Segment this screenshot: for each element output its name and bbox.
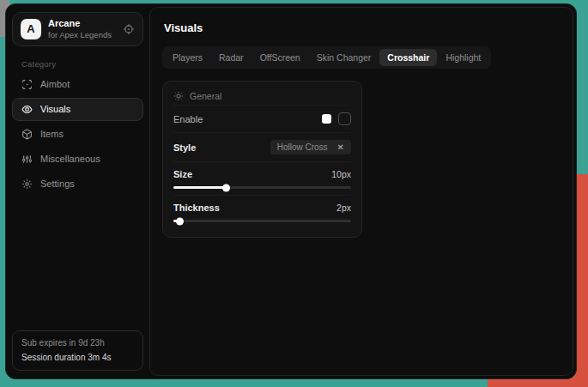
crosshair-icon	[21, 79, 33, 90]
category-label: Category	[21, 59, 143, 69]
target-icon[interactable]	[123, 23, 135, 35]
card-header-label: General	[190, 91, 221, 101]
tab-offscreen[interactable]: OffScreen	[252, 49, 308, 66]
size-slider-thumb[interactable]	[222, 184, 230, 191]
thickness-slider-thumb[interactable]	[176, 217, 184, 225]
brand-subtitle: for Apex Legends	[48, 30, 112, 40]
sidebar-nav: Aimbot Visuals Items	[12, 73, 143, 196]
size-value: 10px	[331, 169, 351, 179]
box-icon	[21, 129, 33, 140]
style-label: Style	[173, 142, 196, 153]
enable-controls	[322, 112, 351, 125]
main-panel: Visuals Players Radar OffScreen Skin Cha…	[149, 7, 573, 376]
brand-logo: A	[21, 19, 41, 39]
size-row: Size 10px	[173, 161, 351, 195]
thickness-slider[interactable]	[173, 220, 351, 222]
gear-icon	[21, 178, 33, 190]
enable-row: Enable	[173, 105, 351, 132]
tab-players[interactable]: Players	[165, 49, 210, 66]
sidebar-item-label: Miscellaneous	[40, 154, 100, 164]
brand-text: Arcane for Apex Legends	[48, 18, 112, 40]
tab-skin-changer[interactable]: Skin Changer	[309, 49, 379, 66]
thickness-label: Thickness	[173, 203, 220, 213]
visuals-tabbar: Players Radar OffScreen Skin Changer Cro…	[162, 46, 491, 69]
thickness-value: 2px	[336, 203, 351, 213]
tab-crosshair[interactable]: Crosshair	[379, 49, 437, 66]
card-header: General	[173, 83, 351, 105]
general-card: General Enable Style Hollow Cross ✕ Size	[162, 81, 362, 238]
brand-header: A Arcane for Apex Legends	[12, 12, 143, 46]
size-label: Size	[173, 169, 192, 179]
page-title: Visuals	[164, 21, 561, 34]
size-slider-fill	[173, 186, 227, 189]
sidebar-item-label: Items	[40, 129, 64, 139]
tab-highlight[interactable]: Highlight	[438, 49, 488, 66]
style-row: Style Hollow Cross ✕	[173, 132, 351, 161]
sidebar-item-settings[interactable]: Settings	[12, 172, 143, 196]
thickness-row: Thickness 2px	[173, 195, 351, 228]
sliders-icon	[21, 154, 33, 165]
subscription-info-box: Sub expires in 9d 23h Session duration 3…	[12, 330, 143, 371]
sidebar-item-items[interactable]: Items	[12, 123, 143, 146]
sun-gear-icon	[173, 91, 184, 101]
app-window: A Arcane for Apex Legends Category	[5, 3, 577, 379]
sidebar-item-label: Settings	[40, 178, 75, 189]
close-icon[interactable]: ✕	[337, 142, 344, 152]
sidebar-item-label: Visuals	[40, 104, 70, 114]
color-swatch[interactable]	[322, 114, 331, 124]
session-duration-text: Session duration 3m 4s	[21, 351, 134, 366]
tab-radar[interactable]: Radar	[211, 49, 252, 66]
sidebar: A Arcane for Apex Legends Category	[6, 4, 149, 378]
eye-icon	[21, 104, 33, 115]
sidebar-item-visuals[interactable]: Visuals	[12, 98, 143, 121]
thickness-slider-fill	[173, 220, 180, 222]
size-slider[interactable]	[173, 186, 351, 189]
sub-expires-text: Sub expires in 9d 23h	[21, 336, 134, 351]
enable-checkbox[interactable]	[338, 112, 351, 125]
sidebar-item-miscellaneous[interactable]: Miscellaneous	[12, 148, 143, 171]
sidebar-item-label: Aimbot	[40, 79, 70, 89]
style-select[interactable]: Hollow Cross ✕	[270, 140, 351, 154]
brand-name: Arcane	[48, 18, 112, 30]
enable-label: Enable	[173, 114, 203, 124]
style-value: Hollow Cross	[277, 142, 328, 152]
sidebar-item-aimbot[interactable]: Aimbot	[12, 73, 143, 96]
